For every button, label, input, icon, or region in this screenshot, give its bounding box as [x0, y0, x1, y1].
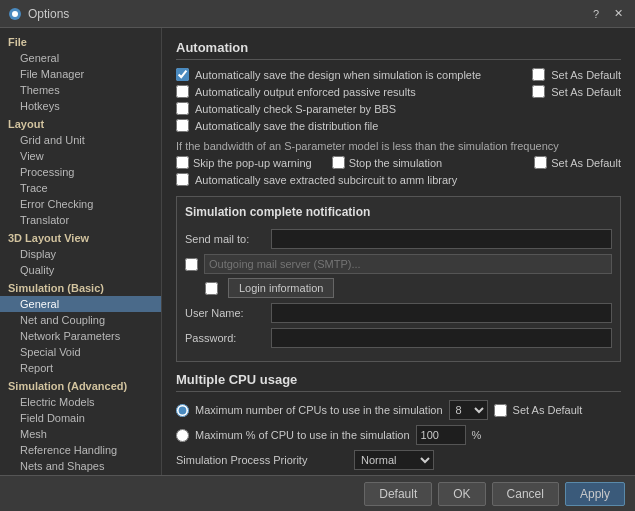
sidebar-item-sim-adv-electric[interactable]: Electric Models: [0, 394, 161, 410]
radio-max-pct[interactable]: [176, 429, 189, 442]
sidebar: File General File Manager Themes Hotkeys…: [0, 28, 162, 475]
outgoing-server-input[interactable]: [204, 254, 612, 274]
set-default-cpu-label: Set As Default: [513, 404, 583, 416]
sidebar-item-3d-quality[interactable]: Quality: [0, 262, 161, 278]
sidebar-item-layout-processing[interactable]: Processing: [0, 164, 161, 180]
check-passive-results: Automatically output enforced passive re…: [176, 85, 621, 98]
sidebar-section-layout: Layout: [0, 114, 161, 132]
ok-button[interactable]: OK: [438, 482, 485, 506]
sidebar-item-layout-error[interactable]: Error Checking: [0, 196, 161, 212]
cpu-num-select[interactable]: 8 4 16 32: [449, 400, 488, 420]
titlebar: Options ? ✕: [0, 0, 635, 28]
checkbox-login[interactable]: [205, 282, 218, 295]
login-info-button[interactable]: Login information: [228, 278, 334, 298]
notification-section: Simulation complete notification Send ma…: [176, 196, 621, 362]
cpu-title: Multiple CPU usage: [176, 372, 621, 392]
checkbox-skip-popup[interactable]: [176, 156, 189, 169]
bandwidth-info: If the bandwidth of an S-parameter model…: [176, 140, 621, 152]
sidebar-item-sim-void[interactable]: Special Void: [0, 344, 161, 360]
priority-row: Simulation Process Priority Normal Low H…: [176, 450, 621, 470]
cpu-pct-input[interactable]: [416, 425, 466, 445]
sidebar-item-sim-adv-mesh[interactable]: Mesh: [0, 426, 161, 442]
main-container: File General File Manager Themes Hotkeys…: [0, 28, 635, 475]
footer: Default OK Cancel Apply: [0, 475, 635, 511]
apply-button[interactable]: Apply: [565, 482, 625, 506]
automation-title: Automation: [176, 40, 621, 60]
cpu-max-num-row: Maximum number of CPUs to use in the sim…: [176, 400, 621, 420]
content-area: Automation Automatically save the design…: [162, 28, 635, 475]
sidebar-item-file-manager[interactable]: File Manager: [0, 66, 161, 82]
sidebar-item-sim-general[interactable]: General: [0, 296, 161, 312]
sidebar-item-sim-net[interactable]: Net and Coupling: [0, 312, 161, 328]
check-extracted: Automatically save extracted subcircuit …: [176, 173, 621, 186]
username-row: User Name:: [185, 303, 612, 323]
check-auto-save-design: Automatically save the design when simul…: [176, 68, 621, 81]
send-mail-label: Send mail to:: [185, 233, 265, 245]
check-skip-popup: Skip the pop-up warning: [176, 156, 312, 169]
outgoing-row: [185, 254, 612, 274]
priority-select[interactable]: Normal Low High: [354, 450, 434, 470]
sidebar-item-layout-trace[interactable]: Trace: [0, 180, 161, 196]
titlebar-left: Options: [8, 7, 69, 21]
checkbox-extracted[interactable]: [176, 173, 189, 186]
sidebar-item-3d-display[interactable]: Display: [0, 246, 161, 262]
sidebar-item-layout-grid[interactable]: Grid and Unit: [0, 132, 161, 148]
send-mail-row: Send mail to:: [185, 229, 612, 249]
sidebar-item-file-general[interactable]: General: [0, 50, 161, 66]
checkbox-s-param[interactable]: [176, 102, 189, 115]
sidebar-item-sim-adv-special[interactable]: Special Handling: [0, 474, 161, 475]
priority-label: Simulation Process Priority: [176, 454, 346, 466]
check-distribution: Automatically save the distribution file: [176, 119, 621, 132]
check-s-param: Automatically check S-parameter by BBS: [176, 102, 621, 115]
password-input[interactable]: [271, 328, 612, 348]
help-button[interactable]: ?: [587, 5, 605, 23]
cpu-max-pct-label: Maximum % of CPU to use in the simulatio…: [195, 429, 410, 441]
cpu-max-pct-row: Maximum % of CPU to use in the simulatio…: [176, 425, 621, 445]
check-stop-sim: Stop the simulation: [332, 156, 443, 169]
checkbox-set-default-bw[interactable]: [534, 156, 547, 169]
radio-max-num[interactable]: [176, 404, 189, 417]
titlebar-title: Options: [28, 7, 69, 21]
sidebar-section-sim-basic: Simulation (Basic): [0, 278, 161, 296]
sidebar-section-sim-adv: Simulation (Advanced): [0, 376, 161, 394]
username-input[interactable]: [271, 303, 612, 323]
checkbox-set-default-1[interactable]: [532, 68, 545, 81]
checkbox-stop-sim[interactable]: [332, 156, 345, 169]
sidebar-item-sim-network[interactable]: Network Parameters: [0, 328, 161, 344]
sidebar-item-layout-translator[interactable]: Translator: [0, 212, 161, 228]
close-button[interactable]: ✕: [609, 5, 627, 23]
sidebar-item-file-themes[interactable]: Themes: [0, 82, 161, 98]
checkbox-set-default-2[interactable]: [532, 85, 545, 98]
cpu-max-num-label: Maximum number of CPUs to use in the sim…: [195, 404, 443, 416]
sidebar-section-file: File: [0, 32, 161, 50]
default-button[interactable]: Default: [364, 482, 432, 506]
checkbox-distribution[interactable]: [176, 119, 189, 132]
password-row: Password:: [185, 328, 612, 348]
cpu-pct-unit: %: [472, 429, 482, 441]
sidebar-item-sim-report[interactable]: Report: [0, 360, 161, 376]
username-label: User Name:: [185, 307, 265, 319]
cpu-section: Multiple CPU usage Maximum number of CPU…: [176, 372, 621, 470]
checkbox-auto-save-design[interactable]: [176, 68, 189, 81]
check-set-default-bw: Set As Default: [534, 156, 621, 169]
svg-point-1: [12, 11, 18, 17]
checkbox-passive-results[interactable]: [176, 85, 189, 98]
titlebar-controls: ? ✕: [587, 5, 627, 23]
sidebar-item-file-hotkeys[interactable]: Hotkeys: [0, 98, 161, 114]
sidebar-item-layout-view[interactable]: View: [0, 148, 161, 164]
sidebar-item-sim-adv-nets[interactable]: Nets and Shapes: [0, 458, 161, 474]
cancel-button[interactable]: Cancel: [492, 482, 559, 506]
app-icon: [8, 7, 22, 21]
login-row: Login information: [205, 278, 612, 298]
sidebar-section-3d: 3D Layout View: [0, 228, 161, 246]
password-label: Password:: [185, 332, 265, 344]
checkbox-outgoing[interactable]: [185, 258, 198, 271]
notification-title: Simulation complete notification: [185, 205, 612, 223]
bandwidth-checks-row: Skip the pop-up warning Stop the simulat…: [176, 156, 621, 169]
sidebar-item-sim-adv-reference[interactable]: Reference Handling: [0, 442, 161, 458]
sidebar-item-sim-adv-field[interactable]: Field Domain: [0, 410, 161, 426]
checkbox-set-default-cpu[interactable]: [494, 404, 507, 417]
send-mail-input[interactable]: [271, 229, 612, 249]
